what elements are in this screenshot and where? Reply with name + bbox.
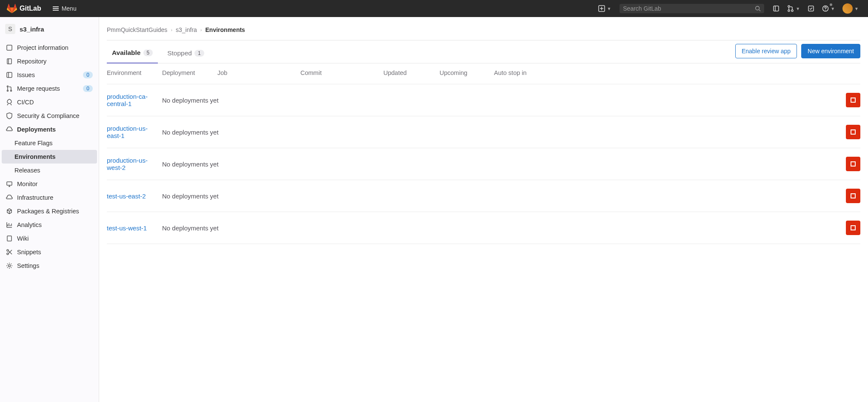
tab-label: Stopped — [167, 49, 192, 57]
breadcrumb-current: Environments — [206, 26, 245, 33]
svg-rect-20 — [851, 130, 855, 134]
enable-review-app-button[interactable]: Enable review app — [735, 44, 797, 58]
sidebar-item-label: Wiki — [17, 235, 93, 242]
sidebar-item-label: Infrastructure — [17, 194, 93, 201]
merge-requests-link[interactable]: ▼ — [785, 3, 802, 14]
stop-icon — [851, 225, 856, 230]
environment-name-link[interactable]: test-us-west-1 — [107, 224, 147, 232]
merge-icon — [787, 5, 794, 12]
svg-rect-15 — [7, 236, 11, 241]
tab-stopped[interactable]: Stopped 1 — [162, 45, 209, 63]
sidebar-item-monitor[interactable]: Monitor — [0, 177, 99, 191]
sidebar-item-infrastructure[interactable]: Infrastructure — [0, 191, 99, 204]
sidebar-subitem-releases[interactable]: Releases — [0, 164, 99, 177]
deployment-status: No deployments yet — [162, 129, 846, 136]
deployment-status: No deployments yet — [162, 224, 846, 232]
sidebar-item-analytics[interactable]: Analytics — [0, 218, 99, 232]
menu-button[interactable]: Menu — [48, 3, 81, 14]
hamburger-icon — [52, 5, 59, 12]
cloud-gear-icon — [6, 194, 13, 201]
issues-icon — [6, 72, 13, 78]
sidebar-item-label: Issues — [17, 72, 79, 78]
sidebar-subitem-feature-flags[interactable]: Feature Flags — [0, 136, 99, 150]
sidebar-item-label: Analytics — [17, 221, 93, 228]
stop-icon — [851, 193, 856, 198]
sidebar-item-snippets[interactable]: Snippets — [0, 245, 99, 259]
environment-name-link[interactable]: production-us-west-2 — [107, 157, 148, 171]
stop-icon — [851, 161, 856, 167]
stop-environment-button[interactable] — [846, 189, 860, 203]
svg-rect-14 — [7, 182, 12, 185]
sidebar-item-label: CI/CD — [17, 99, 93, 106]
header-upcoming: Upcoming — [440, 69, 494, 76]
environment-name-link[interactable]: test-us-east-2 — [107, 192, 146, 200]
search-icon — [755, 6, 761, 11]
sidebar-item-issues[interactable]: Issues 0 — [0, 68, 99, 82]
header-autostop: Auto stop in — [494, 69, 860, 76]
environments-table-header: Environment Deployment Job Commit Update… — [107, 63, 860, 84]
user-menu[interactable]: ▼ — [840, 1, 861, 16]
environment-row: production-ca-central-1 No deployments y… — [107, 84, 860, 116]
svg-rect-2 — [774, 6, 779, 11]
sidebar-subitem-environments[interactable]: Environments — [2, 150, 97, 164]
gitlab-logo[interactable]: GitLab — [3, 1, 45, 16]
scissors-icon — [6, 249, 13, 256]
chevron-right-icon: › — [171, 27, 172, 32]
tab-available[interactable]: Available 5 — [107, 45, 158, 63]
sidebar-item-repository[interactable]: Repository — [0, 55, 99, 68]
plus-square-icon — [598, 5, 605, 12]
svg-point-1 — [756, 6, 760, 10]
sidebar-item-project-info[interactable]: Project information — [0, 41, 99, 55]
svg-rect-22 — [851, 194, 855, 198]
environment-row: test-us-west-1 No deployments yet — [107, 212, 860, 244]
project-header[interactable]: S s3_infra — [0, 20, 99, 37]
svg-rect-21 — [851, 162, 855, 166]
search-bar[interactable] — [620, 4, 764, 13]
book-icon — [6, 235, 13, 242]
chevron-right-icon: › — [200, 27, 202, 32]
sidebar-item-cicd[interactable]: CI/CD — [0, 95, 99, 109]
sidebar-item-label: Project information — [17, 44, 93, 51]
stop-environment-button[interactable] — [846, 93, 860, 107]
environment-name-link[interactable]: production-ca-central-1 — [107, 93, 148, 107]
project-icon — [6, 44, 13, 51]
issues-link[interactable] — [770, 3, 782, 14]
monitor-icon — [6, 181, 13, 187]
menu-label: Menu — [62, 5, 77, 12]
sidebar-item-deployments[interactable]: Deployments — [0, 123, 99, 136]
environment-name-link[interactable]: production-us-east-1 — [107, 125, 148, 139]
project-avatar: S — [5, 24, 15, 34]
todos-link[interactable] — [805, 3, 817, 14]
svg-rect-9 — [7, 59, 11, 64]
sidebar-item-security[interactable]: Security & Compliance — [0, 109, 99, 123]
new-environment-button[interactable]: New environment — [801, 44, 860, 58]
sidebar-item-label: Settings — [17, 262, 93, 269]
tab-label: Available — [112, 49, 141, 57]
new-dropdown[interactable]: ▼ — [596, 3, 614, 14]
stop-environment-button[interactable] — [846, 125, 860, 139]
environment-tabs: Available 5 Stopped 1 Enable review app … — [107, 40, 860, 63]
breadcrumb-project[interactable]: s3_infra — [176, 26, 197, 33]
chevron-down-icon: ▼ — [831, 6, 835, 11]
header-deployment: Deployment — [162, 69, 217, 76]
svg-point-4 — [788, 10, 790, 11]
stop-environment-button[interactable] — [846, 157, 860, 171]
environment-row: production-us-east-1 No deployments yet — [107, 116, 860, 148]
deployment-status: No deployments yet — [162, 161, 846, 168]
sidebar-item-wiki[interactable]: Wiki — [0, 232, 99, 245]
stop-environment-button[interactable] — [846, 221, 860, 235]
svg-point-16 — [7, 250, 9, 251]
sidebar-item-packages[interactable]: Packages & Registries — [0, 204, 99, 218]
sidebar-item-merge-requests[interactable]: Merge requests 0 — [0, 82, 99, 95]
top-navbar: GitLab Menu ▼ ▼ ▼ — [0, 0, 868, 17]
header-job: Job — [217, 69, 300, 76]
chevron-down-icon: ▼ — [607, 6, 611, 11]
environment-row: test-us-east-2 No deployments yet — [107, 180, 860, 212]
search-input[interactable] — [623, 5, 755, 12]
todo-icon — [808, 5, 814, 12]
sidebar-item-label: Snippets — [17, 249, 93, 256]
breadcrumb-group[interactable]: PmmQuickStartGuides — [107, 26, 167, 33]
sidebar-item-settings[interactable]: Settings — [0, 259, 99, 273]
help-dropdown[interactable]: ▼ — [819, 3, 837, 14]
header-updated: Updated — [383, 69, 440, 76]
